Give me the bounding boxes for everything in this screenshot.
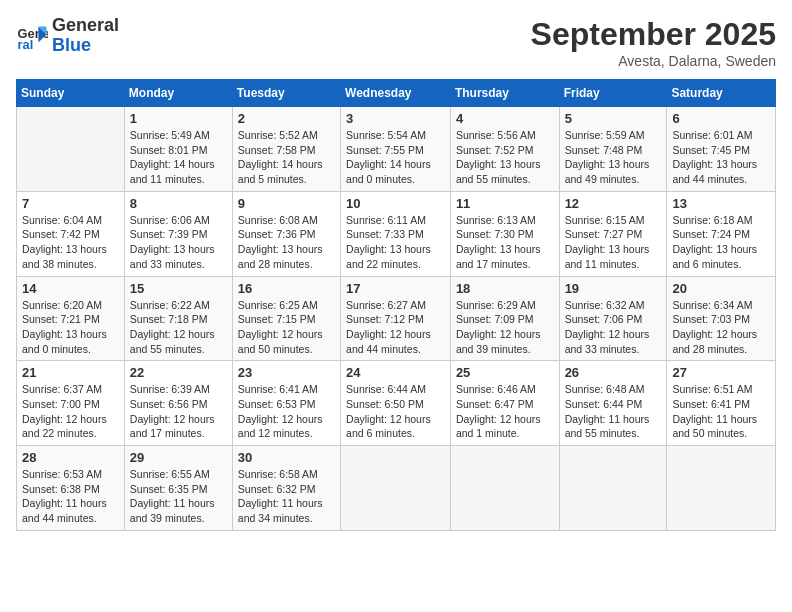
col-header-tuesday: Tuesday bbox=[232, 80, 340, 107]
day-info: Sunrise: 6:25 AM Sunset: 7:15 PM Dayligh… bbox=[238, 298, 335, 357]
calendar-cell: 16Sunrise: 6:25 AM Sunset: 7:15 PM Dayli… bbox=[232, 276, 340, 361]
day-number: 14 bbox=[22, 281, 119, 296]
day-number: 30 bbox=[238, 450, 335, 465]
day-info: Sunrise: 6:20 AM Sunset: 7:21 PM Dayligh… bbox=[22, 298, 119, 357]
calendar-cell: 26Sunrise: 6:48 AM Sunset: 6:44 PM Dayli… bbox=[559, 361, 667, 446]
calendar-header-row: SundayMondayTuesdayWednesdayThursdayFrid… bbox=[17, 80, 776, 107]
calendar-week-2: 7Sunrise: 6:04 AM Sunset: 7:42 PM Daylig… bbox=[17, 191, 776, 276]
day-info: Sunrise: 6:32 AM Sunset: 7:06 PM Dayligh… bbox=[565, 298, 662, 357]
day-info: Sunrise: 6:29 AM Sunset: 7:09 PM Dayligh… bbox=[456, 298, 554, 357]
col-header-saturday: Saturday bbox=[667, 80, 776, 107]
month-title: September 2025 bbox=[531, 16, 776, 53]
day-number: 5 bbox=[565, 111, 662, 126]
calendar-cell bbox=[667, 446, 776, 531]
svg-text:ral: ral bbox=[18, 37, 34, 52]
calendar-cell: 14Sunrise: 6:20 AM Sunset: 7:21 PM Dayli… bbox=[17, 276, 125, 361]
day-info: Sunrise: 6:58 AM Sunset: 6:32 PM Dayligh… bbox=[238, 467, 335, 526]
day-info: Sunrise: 6:51 AM Sunset: 6:41 PM Dayligh… bbox=[672, 382, 770, 441]
col-header-sunday: Sunday bbox=[17, 80, 125, 107]
day-info: Sunrise: 6:27 AM Sunset: 7:12 PM Dayligh… bbox=[346, 298, 445, 357]
logo-icon: Gene ral bbox=[16, 20, 48, 52]
day-number: 18 bbox=[456, 281, 554, 296]
day-info: Sunrise: 6:37 AM Sunset: 7:00 PM Dayligh… bbox=[22, 382, 119, 441]
day-info: Sunrise: 5:54 AM Sunset: 7:55 PM Dayligh… bbox=[346, 128, 445, 187]
calendar-cell: 11Sunrise: 6:13 AM Sunset: 7:30 PM Dayli… bbox=[450, 191, 559, 276]
day-info: Sunrise: 6:22 AM Sunset: 7:18 PM Dayligh… bbox=[130, 298, 227, 357]
day-number: 13 bbox=[672, 196, 770, 211]
day-number: 1 bbox=[130, 111, 227, 126]
day-number: 27 bbox=[672, 365, 770, 380]
title-block: September 2025 Avesta, Dalarna, Sweden bbox=[531, 16, 776, 69]
day-number: 9 bbox=[238, 196, 335, 211]
day-number: 12 bbox=[565, 196, 662, 211]
day-info: Sunrise: 5:59 AM Sunset: 7:48 PM Dayligh… bbox=[565, 128, 662, 187]
calendar-cell: 13Sunrise: 6:18 AM Sunset: 7:24 PM Dayli… bbox=[667, 191, 776, 276]
day-info: Sunrise: 6:18 AM Sunset: 7:24 PM Dayligh… bbox=[672, 213, 770, 272]
calendar-cell: 30Sunrise: 6:58 AM Sunset: 6:32 PM Dayli… bbox=[232, 446, 340, 531]
day-number: 3 bbox=[346, 111, 445, 126]
calendar-cell: 28Sunrise: 6:53 AM Sunset: 6:38 PM Dayli… bbox=[17, 446, 125, 531]
calendar-cell: 21Sunrise: 6:37 AM Sunset: 7:00 PM Dayli… bbox=[17, 361, 125, 446]
calendar-cell bbox=[450, 446, 559, 531]
calendar-cell bbox=[341, 446, 451, 531]
calendar-cell: 17Sunrise: 6:27 AM Sunset: 7:12 PM Dayli… bbox=[341, 276, 451, 361]
day-number: 2 bbox=[238, 111, 335, 126]
day-number: 19 bbox=[565, 281, 662, 296]
day-info: Sunrise: 6:34 AM Sunset: 7:03 PM Dayligh… bbox=[672, 298, 770, 357]
calendar-cell: 24Sunrise: 6:44 AM Sunset: 6:50 PM Dayli… bbox=[341, 361, 451, 446]
day-info: Sunrise: 6:46 AM Sunset: 6:47 PM Dayligh… bbox=[456, 382, 554, 441]
calendar-cell: 9Sunrise: 6:08 AM Sunset: 7:36 PM Daylig… bbox=[232, 191, 340, 276]
col-header-thursday: Thursday bbox=[450, 80, 559, 107]
day-number: 11 bbox=[456, 196, 554, 211]
logo-text-line2: Blue bbox=[52, 36, 119, 56]
calendar-cell: 20Sunrise: 6:34 AM Sunset: 7:03 PM Dayli… bbox=[667, 276, 776, 361]
day-info: Sunrise: 6:53 AM Sunset: 6:38 PM Dayligh… bbox=[22, 467, 119, 526]
day-number: 29 bbox=[130, 450, 227, 465]
calendar-cell: 3Sunrise: 5:54 AM Sunset: 7:55 PM Daylig… bbox=[341, 107, 451, 192]
day-info: Sunrise: 6:15 AM Sunset: 7:27 PM Dayligh… bbox=[565, 213, 662, 272]
logo-text-line1: General bbox=[52, 16, 119, 36]
calendar-cell bbox=[559, 446, 667, 531]
day-number: 15 bbox=[130, 281, 227, 296]
page-header: Gene ral General Blue September 2025 Ave… bbox=[16, 16, 776, 69]
calendar-cell bbox=[17, 107, 125, 192]
calendar-cell: 7Sunrise: 6:04 AM Sunset: 7:42 PM Daylig… bbox=[17, 191, 125, 276]
col-header-friday: Friday bbox=[559, 80, 667, 107]
day-info: Sunrise: 5:52 AM Sunset: 7:58 PM Dayligh… bbox=[238, 128, 335, 187]
calendar-cell: 15Sunrise: 6:22 AM Sunset: 7:18 PM Dayli… bbox=[124, 276, 232, 361]
day-info: Sunrise: 6:04 AM Sunset: 7:42 PM Dayligh… bbox=[22, 213, 119, 272]
day-info: Sunrise: 5:49 AM Sunset: 8:01 PM Dayligh… bbox=[130, 128, 227, 187]
day-number: 16 bbox=[238, 281, 335, 296]
day-number: 8 bbox=[130, 196, 227, 211]
calendar-cell: 2Sunrise: 5:52 AM Sunset: 7:58 PM Daylig… bbox=[232, 107, 340, 192]
day-info: Sunrise: 6:06 AM Sunset: 7:39 PM Dayligh… bbox=[130, 213, 227, 272]
calendar-cell: 22Sunrise: 6:39 AM Sunset: 6:56 PM Dayli… bbox=[124, 361, 232, 446]
day-info: Sunrise: 6:13 AM Sunset: 7:30 PM Dayligh… bbox=[456, 213, 554, 272]
calendar-cell: 29Sunrise: 6:55 AM Sunset: 6:35 PM Dayli… bbox=[124, 446, 232, 531]
day-info: Sunrise: 6:44 AM Sunset: 6:50 PM Dayligh… bbox=[346, 382, 445, 441]
day-info: Sunrise: 6:11 AM Sunset: 7:33 PM Dayligh… bbox=[346, 213, 445, 272]
calendar-cell: 4Sunrise: 5:56 AM Sunset: 7:52 PM Daylig… bbox=[450, 107, 559, 192]
day-info: Sunrise: 6:39 AM Sunset: 6:56 PM Dayligh… bbox=[130, 382, 227, 441]
location-subtitle: Avesta, Dalarna, Sweden bbox=[531, 53, 776, 69]
calendar-cell: 1Sunrise: 5:49 AM Sunset: 8:01 PM Daylig… bbox=[124, 107, 232, 192]
calendar-cell: 6Sunrise: 6:01 AM Sunset: 7:45 PM Daylig… bbox=[667, 107, 776, 192]
calendar-cell: 25Sunrise: 6:46 AM Sunset: 6:47 PM Dayli… bbox=[450, 361, 559, 446]
day-number: 7 bbox=[22, 196, 119, 211]
day-info: Sunrise: 5:56 AM Sunset: 7:52 PM Dayligh… bbox=[456, 128, 554, 187]
calendar-week-5: 28Sunrise: 6:53 AM Sunset: 6:38 PM Dayli… bbox=[17, 446, 776, 531]
col-header-monday: Monday bbox=[124, 80, 232, 107]
day-info: Sunrise: 6:01 AM Sunset: 7:45 PM Dayligh… bbox=[672, 128, 770, 187]
day-number: 26 bbox=[565, 365, 662, 380]
day-number: 22 bbox=[130, 365, 227, 380]
day-number: 20 bbox=[672, 281, 770, 296]
calendar-cell: 5Sunrise: 5:59 AM Sunset: 7:48 PM Daylig… bbox=[559, 107, 667, 192]
calendar-week-3: 14Sunrise: 6:20 AM Sunset: 7:21 PM Dayli… bbox=[17, 276, 776, 361]
day-number: 10 bbox=[346, 196, 445, 211]
day-number: 23 bbox=[238, 365, 335, 380]
logo: Gene ral General Blue bbox=[16, 16, 119, 56]
day-number: 6 bbox=[672, 111, 770, 126]
day-info: Sunrise: 6:55 AM Sunset: 6:35 PM Dayligh… bbox=[130, 467, 227, 526]
day-info: Sunrise: 6:41 AM Sunset: 6:53 PM Dayligh… bbox=[238, 382, 335, 441]
calendar-table: SundayMondayTuesdayWednesdayThursdayFrid… bbox=[16, 79, 776, 531]
